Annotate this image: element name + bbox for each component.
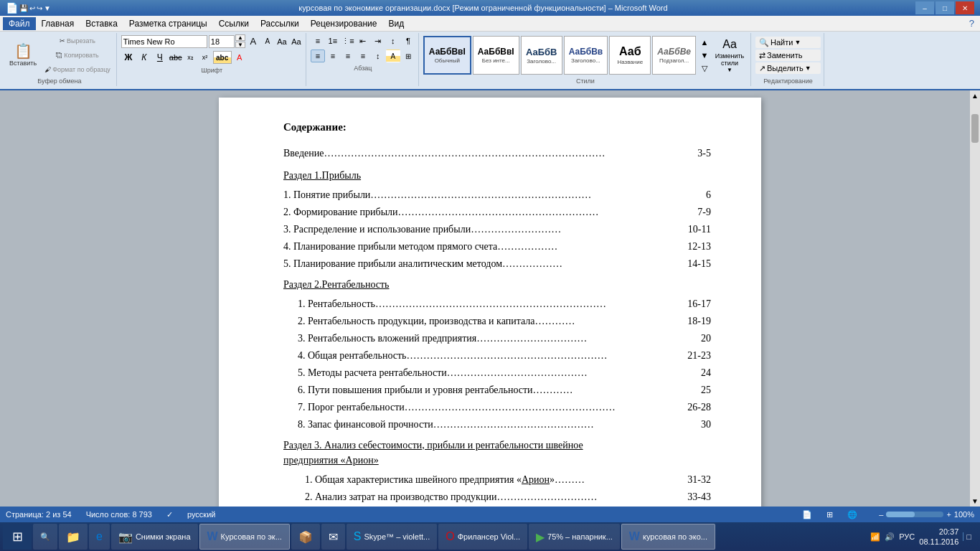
status-bar: Страница: 2 из 54 Число слов: 8 793 ✓ ру… xyxy=(0,507,980,522)
help-icon[interactable]: ? xyxy=(966,18,977,29)
taskbar-app2[interactable]: ✉ xyxy=(321,524,345,550)
scrollbar-vertical[interactable]: ▲ ▼ xyxy=(970,90,980,507)
s3-item1: 1. Общая характеристика швейного предпри… xyxy=(283,472,711,487)
opera-label: Фрилансер Viol... xyxy=(458,532,520,541)
zoom-in-button[interactable]: + xyxy=(946,510,951,519)
multilevel-button[interactable]: ⋮≡ xyxy=(341,34,355,47)
decrease-indent-button[interactable]: ⇤ xyxy=(356,34,370,47)
tray-volume-icon[interactable]: 🔊 xyxy=(885,532,895,542)
scroll-thumb[interactable] xyxy=(971,114,979,143)
copy-button[interactable]: ⿻ Копировать xyxy=(42,49,113,62)
taskbar-file-explorer[interactable]: 📁 xyxy=(59,524,88,550)
scroll-up-button[interactable]: ▲ xyxy=(971,92,979,100)
tray-network-icon[interactable]: 📶 xyxy=(870,532,880,542)
taskbar-word[interactable]: W Курсовая по эк... xyxy=(199,524,290,550)
replace-button[interactable]: ⇄ Заменить xyxy=(755,50,821,61)
paste-button[interactable]: 📋 Вставить xyxy=(6,37,40,74)
taskbar-skype[interactable]: S Skype™ – violett... xyxy=(347,524,437,550)
align-left-button[interactable]: ≡ xyxy=(311,50,325,62)
format-painter-button[interactable]: 🖌 Формат по образцу xyxy=(42,63,113,76)
style-heading1[interactable]: АаБбВ Заголово... xyxy=(521,36,562,75)
document-page[interactable]: Содержание: Введение……………………………………………………… xyxy=(219,98,761,507)
highlight-button[interactable]: abc xyxy=(213,51,232,64)
close-button[interactable]: ✕ xyxy=(956,1,974,14)
subscript-button[interactable]: x₂ xyxy=(184,51,197,64)
font-color-button[interactable]: A xyxy=(233,51,246,64)
naparmik-icon: ▶ xyxy=(536,530,545,544)
find-button[interactable]: 🔍 Найти ▼ xyxy=(755,37,821,48)
change-styles-button[interactable]: Аа Изменить стили ▼ xyxy=(712,36,748,75)
select-button[interactable]: ↗ Выделить ▼ xyxy=(755,62,821,74)
styles-scroll-down[interactable]: ▼ xyxy=(698,50,711,61)
font-size-increase[interactable]: ▲ xyxy=(235,34,245,41)
font-name-input[interactable] xyxy=(121,35,207,48)
ribbon: 📋 Вставить ✂ Вырезать ⿻ Копировать 🖌 xyxy=(0,32,980,90)
menu-references[interactable]: Ссылки xyxy=(213,17,255,30)
zoom-out-button[interactable]: – xyxy=(879,510,883,519)
case-button[interactable]: Aa xyxy=(290,35,303,48)
maximize-button[interactable]: □ xyxy=(936,1,954,14)
taskbar-search[interactable]: 🔍 xyxy=(33,524,57,550)
find-icon: 🔍 xyxy=(759,38,769,47)
menu-page-layout[interactable]: Разметка страницы xyxy=(123,17,213,30)
view-print[interactable]: 📄 xyxy=(802,510,812,519)
s3-item3: 3. Факторный анализ прибыли 44-46 xyxy=(283,507,711,507)
bold-button[interactable]: Ж xyxy=(121,51,136,64)
start-button[interactable]: ⊞ xyxy=(3,524,32,550)
style-subtitle[interactable]: АаБбВе Подзагол... xyxy=(652,36,696,75)
clear-format-button[interactable]: Aa xyxy=(275,35,288,48)
menu-review[interactable]: Рецензирование xyxy=(305,17,383,30)
shading-button[interactable]: A xyxy=(386,50,400,62)
superscript-button[interactable]: x² xyxy=(199,51,212,64)
style-heading2[interactable]: АаБбВв Заголово... xyxy=(564,36,608,75)
italic-button[interactable]: К xyxy=(137,51,151,64)
line-spacing-button[interactable]: ↕ xyxy=(371,50,385,62)
view-fullscreen[interactable]: ⊞ xyxy=(826,510,833,519)
zoom-slider[interactable] xyxy=(886,512,943,517)
align-center-button[interactable]: ≡ xyxy=(326,50,340,62)
font-size-input[interactable] xyxy=(209,35,235,48)
style-no-interval[interactable]: АаБбВвI Без инте... xyxy=(473,36,519,75)
menu-home[interactable]: Главная xyxy=(36,17,80,30)
s2-item8: 8. Запас финансовой прочности……………………………… xyxy=(283,417,711,432)
language: русский xyxy=(187,510,215,519)
minimize-button[interactable]: – xyxy=(915,1,934,14)
cut-button[interactable]: ✂ Вырезать xyxy=(42,34,113,47)
show-desktop-button[interactable]: □ xyxy=(963,532,971,541)
page-count: Страница: 2 из 54 xyxy=(6,510,72,519)
menu-mailings[interactable]: Рассылки xyxy=(255,17,305,30)
taskbar-naparmik[interactable]: ▶ 75% – напарник... xyxy=(529,524,620,550)
shrink-font-button[interactable]: A xyxy=(261,35,274,48)
scroll-down-button[interactable]: ▼ xyxy=(971,497,979,505)
strikethrough-button[interactable]: abc xyxy=(169,51,183,64)
menu-insert[interactable]: Вставка xyxy=(80,17,123,30)
bullets-button[interactable]: ≡ xyxy=(311,34,325,47)
increase-indent-button[interactable]: ⇥ xyxy=(371,34,385,47)
styles-scroll-up[interactable]: ▲ xyxy=(698,37,711,48)
borders-button[interactable]: ⊞ xyxy=(401,50,415,62)
tray-clock[interactable]: 20:37 08.11.2016 xyxy=(919,527,958,547)
taskbar-screenshots[interactable]: 📷 Снимки экрана xyxy=(111,524,198,550)
font-size-decrease[interactable]: ▼ xyxy=(235,42,245,48)
numbering-button[interactable]: 1≡ xyxy=(326,34,340,47)
menu-file[interactable]: Файл xyxy=(3,17,36,30)
underline-button[interactable]: Ч xyxy=(153,51,167,64)
sort-button[interactable]: ↕ xyxy=(386,34,400,47)
show-marks-button[interactable]: ¶ xyxy=(401,34,415,47)
styles-expand[interactable]: ▽ xyxy=(698,62,711,74)
grow-font-button[interactable]: A xyxy=(247,35,260,48)
justify-button[interactable]: ≡ xyxy=(356,50,370,62)
align-right-button[interactable]: ≡ xyxy=(341,50,355,62)
style-normal[interactable]: АаБбВвI Обычный xyxy=(423,36,471,75)
taskbar-word2[interactable]: W курсовая по эко... xyxy=(621,524,715,550)
style-title[interactable]: Ааб Название xyxy=(609,36,651,75)
tray-lang[interactable]: РУС xyxy=(899,532,915,541)
editing-group: 🔍 Найти ▼ ⇄ Заменить ↗ Выделить ▼ Редакт… xyxy=(753,33,824,86)
taskbar-edge[interactable]: e xyxy=(89,524,110,550)
s2-item7: 7. Порог рентабельности……………………………………………… xyxy=(283,400,711,415)
paste-icon: 📋 xyxy=(14,44,32,58)
taskbar-opera[interactable]: O Фрилансер Viol... xyxy=(438,524,527,550)
view-web[interactable]: 🌐 xyxy=(847,510,857,519)
menu-view[interactable]: Вид xyxy=(382,17,410,30)
taskbar-app1[interactable]: 📦 xyxy=(291,524,320,550)
